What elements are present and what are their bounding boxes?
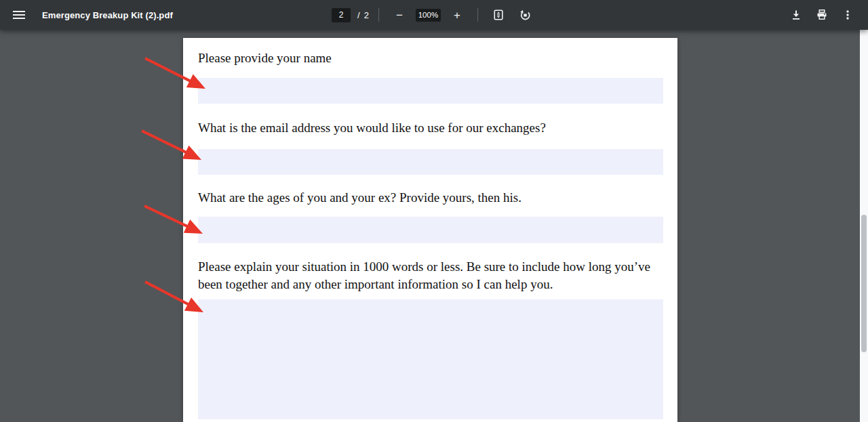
- page-number-input[interactable]: [332, 8, 351, 22]
- email-input-field[interactable]: [198, 149, 663, 175]
- toolbar-left-section: Emergency Breakup Kit (2).pdf: [8, 4, 173, 26]
- zoom-in-button[interactable]: +: [446, 4, 468, 26]
- pdf-page: Please provide your name What is the ema…: [183, 38, 677, 422]
- rotate-counterclockwise-icon: [519, 9, 532, 22]
- download-icon: [790, 9, 802, 21]
- toolbar-center-controls: / 2 − 100% +: [332, 0, 536, 30]
- fit-to-page-icon: [492, 9, 505, 21]
- scrollbar-thumb[interactable]: [861, 215, 867, 352]
- zoom-level: 100%: [416, 9, 441, 22]
- toolbar-divider: [477, 8, 478, 22]
- page-count: / 2: [357, 10, 369, 20]
- print-button[interactable]: [811, 4, 833, 26]
- ages-input-field[interactable]: [198, 217, 663, 243]
- question-name-label: Please provide your name: [198, 49, 667, 67]
- name-input-field[interactable]: [198, 78, 663, 104]
- page-separator: /: [357, 10, 360, 20]
- print-icon: [816, 9, 828, 21]
- menu-icon[interactable]: [8, 4, 30, 26]
- zoom-out-button[interactable]: −: [389, 4, 410, 26]
- question-ages-label: What are the ages of you and your ex? Pr…: [198, 189, 667, 207]
- vertical-scrollbar[interactable]: [860, 30, 868, 422]
- toolbar-right-section: [785, 4, 859, 26]
- question-situation-label: Please explain your situation in 1000 wo…: [198, 258, 667, 293]
- page-total: 2: [364, 10, 369, 20]
- toolbar-divider: [378, 8, 379, 22]
- document-title: Emergency Breakup Kit (2).pdf: [42, 10, 173, 20]
- kebab-menu-icon: [842, 9, 854, 21]
- rotate-button[interactable]: [515, 4, 536, 26]
- pdf-toolbar: Emergency Breakup Kit (2).pdf / 2 − 100%…: [0, 0, 868, 30]
- question-email-label: What is the email address you would like…: [198, 119, 667, 137]
- download-button[interactable]: [785, 4, 807, 26]
- more-options-button[interactable]: [837, 4, 859, 26]
- hamburger-icon: [13, 9, 25, 21]
- situation-textarea-field[interactable]: [198, 299, 663, 419]
- fit-to-page-button[interactable]: [488, 4, 509, 26]
